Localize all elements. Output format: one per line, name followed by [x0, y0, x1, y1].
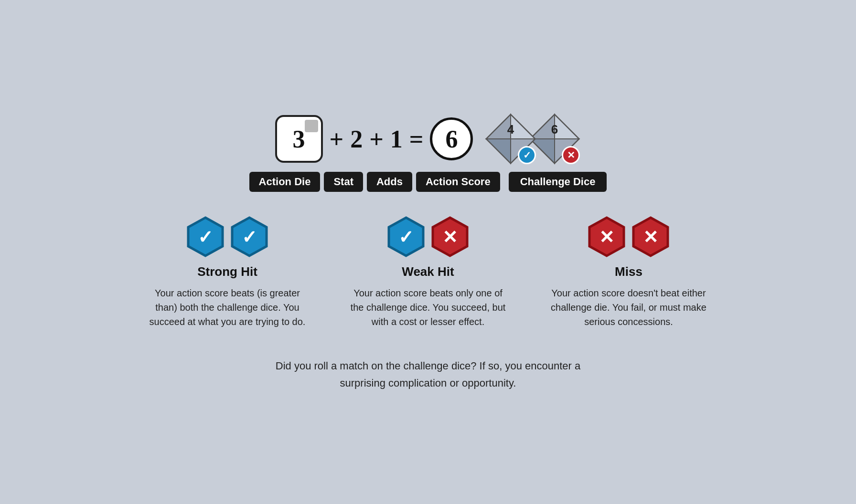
weak-hit-title: Weak Hit — [402, 264, 454, 279]
footer-line1: Did you roll a match on the challenge di… — [276, 357, 580, 374]
svg-marker-1 — [511, 115, 535, 139]
adds-value: 1 — [390, 125, 403, 153]
footer-text: Did you roll a match on the challenge di… — [276, 357, 580, 391]
svg-text:✕: ✕ — [643, 227, 658, 247]
label-adds: Adds — [367, 172, 412, 192]
svg-text:6: 6 — [551, 122, 558, 136]
svg-marker-3 — [486, 139, 511, 163]
label-stat: Stat — [324, 172, 363, 192]
action-die-value: 3 — [293, 125, 305, 153]
action-die-box: 3 — [275, 115, 323, 163]
hex-red-x-weak: ✕ — [429, 216, 471, 258]
label-challenge-dice: Challenge Dice — [509, 172, 607, 192]
operator-plus2: + — [369, 125, 384, 153]
weak-hit-desc: Your action score beats only one of the … — [347, 286, 509, 329]
hex-red-x-miss-1: ✕ — [586, 216, 628, 258]
footer-line2: surprising complication or opportunity. — [276, 375, 580, 391]
svg-text:✓: ✓ — [398, 227, 414, 247]
outcome-miss: ✕ ✕ Miss Your action score doesn't beat … — [547, 216, 710, 329]
label-action-die: Action Die — [249, 172, 321, 192]
formula-section: 3 + 2 + 1 = 6 — [249, 113, 607, 192]
svg-text:✕: ✕ — [599, 227, 614, 247]
outcome-strong-hit: ✓ ✓ Strong Hit Your action score beats (… — [146, 216, 309, 329]
label-action-score: Action Score — [416, 172, 500, 192]
action-score-circle: 6 — [430, 117, 473, 160]
weak-hit-hexagons: ✓ ✕ — [385, 216, 471, 258]
operator-equals: = — [409, 125, 424, 153]
miss-desc: Your action score doesn't beat either ch… — [547, 286, 710, 329]
hex-blue-check-1: ✓ — [184, 216, 226, 258]
hex-red-x-miss-2: ✕ — [630, 216, 672, 258]
strong-hit-hexagons: ✓ ✓ — [184, 216, 270, 258]
strong-hit-desc: Your action score beats (is greater than… — [146, 286, 309, 329]
stat-value: 2 — [350, 125, 363, 153]
strong-hit-title: Strong Hit — [197, 264, 257, 279]
challenge-die-1: 4 ✓ — [484, 113, 537, 165]
miss-title: Miss — [615, 264, 642, 279]
svg-text:✕: ✕ — [442, 227, 458, 247]
main-container: 3 + 2 + 1 = 6 — [94, 113, 762, 391]
svg-marker-7 — [555, 115, 579, 139]
hex-blue-check-weak: ✓ — [385, 216, 427, 258]
formula-row: 3 + 2 + 1 = 6 — [275, 113, 581, 165]
action-score-value: 6 — [445, 125, 458, 153]
hex-blue-check-2: ✓ — [228, 216, 270, 258]
label-row: Action Die Stat Adds Action Score Challe… — [249, 172, 607, 192]
miss-hexagons: ✕ ✕ — [586, 216, 672, 258]
operator-plus1: + — [330, 125, 344, 153]
challenge-dice-group: 4 ✓ 6 ✕ — [484, 113, 581, 165]
svg-text:4: 4 — [507, 122, 514, 136]
outcomes-row: ✓ ✓ Strong Hit Your action score beats (… — [94, 216, 762, 329]
outcome-weak-hit: ✓ ✕ Weak Hit Your action score beats onl… — [347, 216, 509, 329]
svg-text:✓: ✓ — [198, 227, 213, 247]
svg-text:✓: ✓ — [242, 227, 257, 247]
